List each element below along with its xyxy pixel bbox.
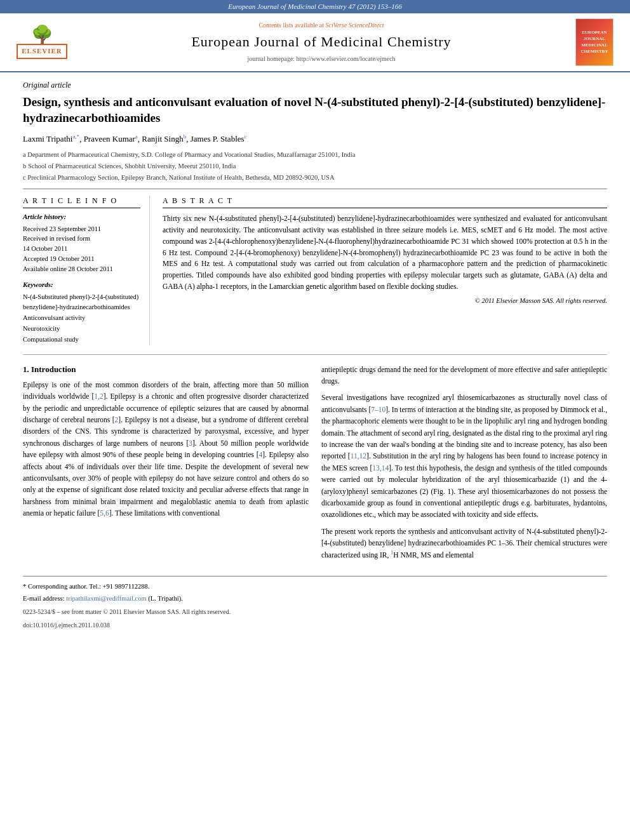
intro-paragraph-2: antiepileptic drugs demand the need for … [321,364,607,387]
history-label: Article history: [23,212,140,222]
affil-a2-sup: a [135,133,138,140]
keyword-5: Computational study [23,335,140,345]
journal-title: European Journal of Medicinal Chemistry [81,32,561,52]
journal-citation-bar: European Journal of Medicinal Chemistry … [0,0,630,13]
affiliation-c: c Preclinical Pharmacology Section, Epil… [23,173,607,183]
copyright-line: © 2011 Elsevier Masson SAS. All rights r… [163,297,607,306]
elsevier-wordmark: ELSEVIER [17,44,67,58]
author-ranjit: Ranjit Singh [142,134,183,143]
citation-text: European Journal of Medicinal Chemistry … [228,3,402,10]
keyword-2: benzylidene]-hydrazinecarbothioamides [23,302,140,313]
intro-paragraph-4: The present work reports the synthesis a… [321,526,607,561]
affiliation-b: b School of Pharmaceutical Sciences, Sho… [23,161,607,171]
keywords-label: Keywords: [23,280,140,290]
intro-paragraph-1: Epilepsy is one of the most common disor… [23,379,309,519]
journal-homepage: journal homepage: http://www.elsevier.co… [81,55,561,63]
revised-date: 14 October 2011 [23,244,140,254]
sciverse-link: Contents lists available at SciVerse Sci… [81,21,561,30]
elsevier-logo-left: 🌳 ELSEVIER [10,26,74,58]
keywords-section: Keywords: N-(4-Substituted phenyl)-2-[4-… [23,280,140,345]
footnotes: * Corresponding author. Tel.: +91 989711… [23,576,607,630]
email-address[interactable]: tripathilaxmi@rediffmail.com [66,595,146,602]
abstract-header: A B S T R A C T [163,196,607,208]
doi-text: doi:10.1016/j.ejmech.2011.10.038 [23,622,110,629]
article-info-column: A R T I C L E I N F O Article history: R… [23,196,150,345]
author-praveen: Praveen Kumar [84,134,135,143]
footnote-email: E-mail address: tripathilaxmi@rediffmail… [23,594,607,604]
email-suffix: (L. Tripathi). [148,595,183,602]
sciverse-brand[interactable]: SciVerse ScienceDirect [325,22,384,29]
author-laxmi: Laxmi Tripathi [23,134,72,143]
affil-b-sup: b [184,133,187,140]
elsevier-tree-icon: 🌳 [31,26,53,44]
authors-line: Laxmi Tripathia,*, Praveen Kumara, Ranji… [23,133,607,145]
email-label: E-mail address: [23,595,65,602]
journal-cover-thumbnail: EUROPEANJOURNALMEDICINALCHEMISTRY [569,18,620,66]
journal-header-center: Contents lists available at SciVerse Sci… [81,21,561,63]
keyword-1: N-(4-Substituted phenyl)-2-[4-(substitut… [23,292,140,303]
intro-number: 1. [23,364,29,374]
article-info-header: A R T I C L E I N F O [23,196,140,208]
article-title: Design, synthesis and anticonvulsant eva… [23,95,607,126]
keyword-4: Neurotoxicity [23,324,140,335]
author-james: James P. Stables [191,134,245,143]
received-date: Received 23 September 2011 [23,224,140,234]
affiliations: a Department of Pharmaceutical Chemistry… [23,150,607,182]
article-history: Article history: Received 23 September 2… [23,212,140,274]
cover-label: EUROPEANJOURNALMEDICINALCHEMISTRY [581,30,608,55]
journal-header: 🌳 ELSEVIER Contents lists available at S… [0,13,630,72]
main-content: Original article Design, synthesis and a… [0,72,630,637]
cover-image: EUROPEANJOURNALMEDICINALCHEMISTRY [575,18,613,66]
footnote-corresponding-text: * Corresponding author. Tel.: +91 989711… [23,583,149,590]
intro-title: Introduction [31,364,76,374]
affiliation-a: a Department of Pharmaceutical Chemistry… [23,150,607,160]
accepted-date: Accepted 19 October 2011 [23,254,140,264]
issn-text: 0223-5234/$ – see front matter © 2011 El… [23,608,231,615]
body-left-col: 1. Introduction Epilepsy is one of the m… [23,364,309,566]
doi-line: doi:10.1016/j.ejmech.2011.10.038 [23,620,607,630]
keyword-3: Anticonvulsant activity [23,313,140,324]
abstract-section: A B S T R A C T Thirty six new N-(4-subs… [163,196,607,345]
issn-line: 0223-5234/$ – see front matter © 2011 El… [23,607,607,617]
divider-1 [23,189,607,189]
available-date: Available online 28 October 2011 [23,264,140,274]
affil-c-sup: c [245,133,247,140]
abstract-text: Thirty six new N-(4-substituted phenyl)-… [163,213,607,293]
info-abstract-section: A R T I C L E I N F O Article history: R… [23,196,607,345]
affil-a-sup: a,* [72,133,79,140]
revised-label: Received in revised form [23,234,140,244]
footnote-corresponding: * Corresponding author. Tel.: +91 989711… [23,582,607,592]
body-right-col: antiepileptic drugs demand the need for … [321,364,607,566]
reports-word: reports [375,528,395,535]
intro-section-header: 1. Introduction [23,364,309,375]
keywords-list: N-(4-Substituted phenyl)-2-[4-(substitut… [23,292,140,345]
intro-paragraph-3: Several investigations have recognized a… [321,392,607,520]
body-content: 1. Introduction Epilepsy is one of the m… [23,364,607,566]
section-divider [23,354,607,355]
article-type-label: Original article [23,80,607,91]
